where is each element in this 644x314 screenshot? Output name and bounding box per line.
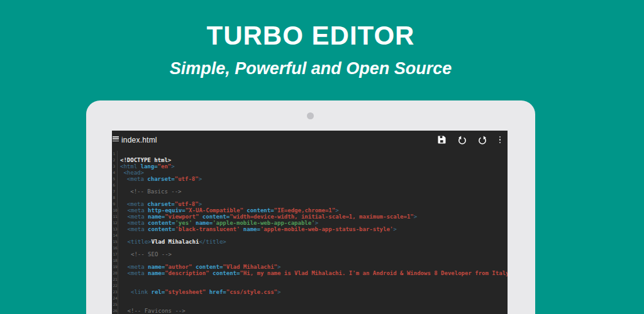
code-text	[118, 295, 121, 301]
line-number: 21	[112, 276, 118, 283]
line-number: 2	[112, 157, 118, 163]
app-subtitle: Simple, Powerful and Open Source	[0, 59, 621, 78]
code-text: <head>	[118, 170, 144, 176]
line-number: 11	[112, 214, 118, 220]
code-line: 6	[112, 182, 508, 188]
menu-icon[interactable]	[113, 136, 119, 143]
code-text: <meta content='black-translucent' name='…	[118, 226, 397, 232]
code-text: <title>Vlad Mihalachi</title>	[118, 239, 226, 245]
line-number: 13	[112, 226, 118, 232]
code-text: <!-- Favicons -->	[118, 308, 186, 314]
code-line: 19 <meta name="author" content="Vlad Mih…	[112, 264, 508, 270]
code-text: <meta charset="utf-8">	[118, 201, 202, 207]
line-number: 4	[112, 170, 118, 176]
code-line: 14	[112, 232, 508, 239]
line-number: 20	[112, 270, 118, 276]
toolbar-actions	[436, 134, 508, 145]
code-line: 10 <meta http-equiv="X-UA-Compatible" co…	[112, 207, 508, 214]
code-text: <!-- SEO -->	[118, 251, 172, 257]
code-text	[118, 257, 121, 264]
line-number: 12	[112, 220, 118, 226]
code-line: 3<html lang="en">	[112, 163, 508, 170]
code-text: <html lang="en">	[118, 163, 175, 170]
editor-toolbar: index.html	[112, 131, 508, 149]
line-number: 10	[112, 207, 118, 214]
line-number: 18	[112, 257, 118, 264]
code-line: 9 <meta charset="utf-8">	[112, 201, 508, 207]
code-text	[118, 182, 120, 188]
code-line: 4 <head>	[112, 170, 508, 176]
code-line: 25	[112, 301, 508, 308]
line-number: 16	[112, 245, 118, 251]
code-line: 26 <!-- Favicons -->	[112, 308, 508, 314]
code-line: 16	[112, 245, 508, 251]
undo-icon[interactable]	[457, 134, 467, 145]
code-line: 8	[112, 195, 508, 201]
code-line: 24	[112, 295, 508, 301]
code-text: <meta content='yes' name='apple-mobile-w…	[118, 220, 318, 226]
line-number: 14	[112, 232, 118, 239]
code-text	[118, 283, 121, 289]
line-number: 26	[112, 308, 118, 314]
code-text	[118, 151, 120, 157]
line-number: 7	[112, 188, 118, 195]
code-line: 1	[112, 151, 508, 157]
code-line: 18	[112, 257, 508, 264]
code-text: <meta name="description" content="Hi, my…	[118, 270, 508, 276]
code-line: 17 <!-- SEO -->	[112, 251, 508, 257]
line-number: 3	[112, 163, 118, 170]
line-number: 8	[112, 195, 118, 201]
code-line: 13 <meta content='black-translucent' nam…	[112, 226, 508, 232]
line-number: 17	[112, 251, 118, 257]
tablet-mockup: index.html	[86, 100, 535, 314]
code-text	[118, 232, 121, 239]
code-text: <link rel="stylesheet" href="css/style.c…	[118, 289, 281, 295]
code-text: <meta name="viewport" content="width=dev…	[118, 214, 417, 220]
line-number: 15	[112, 239, 118, 245]
line-number: 23	[112, 289, 118, 295]
line-number: 19	[112, 264, 118, 270]
code-line: 12 <meta content='yes' name='apple-mobil…	[112, 220, 508, 226]
line-number: 1	[112, 151, 118, 157]
code-line: 23 <link rel="stylesheet" href="css/styl…	[112, 289, 508, 295]
line-number: 5	[112, 176, 118, 182]
line-number: 9	[112, 201, 118, 207]
code-text	[118, 245, 121, 251]
save-icon[interactable]	[436, 134, 447, 145]
code-text	[118, 276, 121, 283]
code-text: <meta charset="utf-8">	[118, 176, 202, 182]
editor-screen: index.html	[112, 131, 508, 314]
code-text: <meta name="author" content="Vlad Mihala…	[118, 264, 281, 270]
tablet-camera-dot	[307, 112, 314, 119]
code-text: <meta http-equiv="X-UA-Compatible" conte…	[118, 207, 339, 214]
line-number: 6	[112, 182, 118, 188]
line-number: 22	[112, 283, 118, 289]
screenshot-root: { "theme": { "background_teal": "#009689…	[0, 0, 644, 314]
hero-section: TURBO EDITOR Simple, Powerful and Open S…	[0, 0, 621, 78]
code-text: <!DOCTYPE html>	[118, 157, 171, 163]
code-line: 20 <meta name="description" content="Hi,…	[112, 270, 508, 276]
code-line: 7 <!-- Basics -->	[112, 188, 508, 195]
code-editor[interactable]: 12<!DOCTYPE html>3<html lang="en">4 <hea…	[112, 149, 508, 314]
code-line: 22	[112, 283, 508, 289]
file-name: index.html	[121, 136, 157, 144]
code-line: 15 <title>Vlad Mihalachi</title>	[112, 239, 508, 245]
app-title: TURBO EDITOR	[0, 21, 621, 51]
overflow-menu-icon[interactable]	[497, 134, 503, 145]
code-text	[118, 195, 120, 201]
code-line: 21	[112, 276, 508, 283]
redo-icon[interactable]	[477, 134, 487, 145]
code-text: <!-- Basics -->	[118, 188, 182, 195]
code-line: 11 <meta name="viewport" content="width=…	[112, 214, 508, 220]
code-line: 2<!DOCTYPE html>	[112, 157, 508, 163]
code-text	[118, 301, 121, 308]
line-number: 25	[112, 301, 118, 308]
code-line: 5 <meta charset="utf-8">	[112, 176, 508, 182]
line-number: 24	[112, 295, 118, 301]
